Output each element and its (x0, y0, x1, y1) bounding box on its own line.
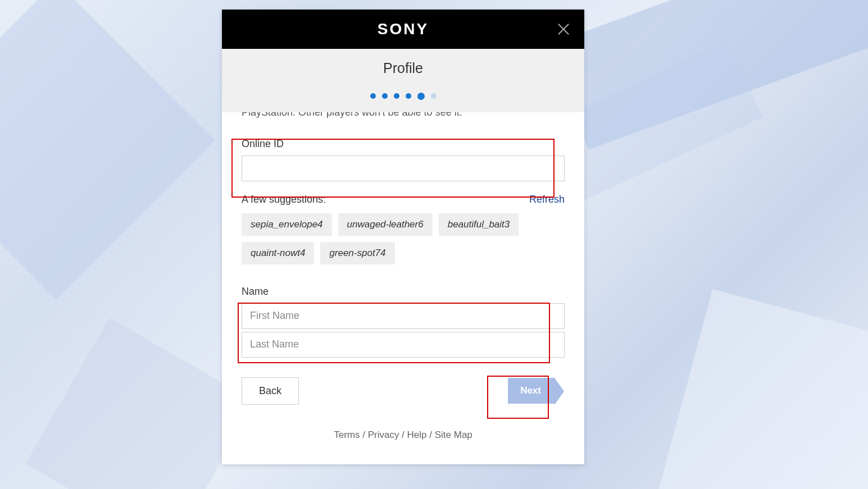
page-title: Profile (222, 60, 584, 76)
footer-sitemap[interactable]: Site Map (435, 429, 472, 440)
suggestion-chips: sepia_envelope4unwaged-leather6beautiful… (242, 213, 565, 264)
footer-links: Terms / Privacy / Help / Site Map (242, 429, 565, 446)
next-button[interactable]: Next (508, 378, 555, 404)
back-button[interactable]: Back (242, 377, 299, 405)
suggestion-chip[interactable]: green-spot74 (320, 242, 394, 264)
footer-help[interactable]: Help (407, 429, 427, 440)
footer-terms[interactable]: Terms (334, 429, 360, 440)
suggestion-chip[interactable]: unwaged-leather6 (338, 213, 433, 236)
progress-dot (417, 93, 425, 100)
first-name-input[interactable] (242, 303, 565, 329)
bg-shape (640, 289, 868, 489)
online-id-input[interactable] (242, 156, 565, 181)
bg-shape (25, 318, 256, 489)
description-text: PlayStation. Other players won't be able… (242, 112, 565, 118)
suggestions-header: A few suggestions: Refresh (242, 194, 565, 205)
suggestion-chip[interactable]: quaint-nowt4 (242, 242, 314, 264)
online-id-group: Online ID (242, 138, 565, 181)
modal-header: SONY (222, 10, 584, 49)
suggestions-label: A few suggestions: (242, 194, 326, 205)
content-scroll[interactable]: PlayStation. Other players won't be able… (222, 112, 584, 465)
online-id-label: Online ID (242, 138, 565, 150)
content-wrapper: PlayStation. Other players won't be able… (222, 112, 584, 465)
suggestion-chip[interactable]: beautiful_bait3 (439, 213, 519, 236)
progress-dot (382, 93, 388, 99)
name-group: Name (242, 286, 565, 360)
progress-dot (431, 93, 437, 99)
suggestion-chip[interactable]: sepia_envelope4 (242, 213, 332, 236)
last-name-input[interactable] (242, 332, 565, 358)
action-row: Back Next (242, 377, 565, 405)
profile-modal: SONY Profile PlayStation. Other players … (222, 10, 584, 464)
progress-dot (406, 93, 411, 99)
name-label: Name (242, 286, 565, 298)
progress-dot (370, 93, 376, 99)
footer-privacy[interactable]: Privacy (368, 429, 399, 440)
bg-shape (0, 0, 215, 299)
progress-dot (394, 93, 399, 99)
progress-indicator (222, 93, 584, 100)
close-icon[interactable] (557, 22, 570, 36)
sub-header: Profile (222, 49, 584, 112)
refresh-link[interactable]: Refresh (529, 194, 565, 205)
brand-logo: SONY (378, 20, 429, 38)
